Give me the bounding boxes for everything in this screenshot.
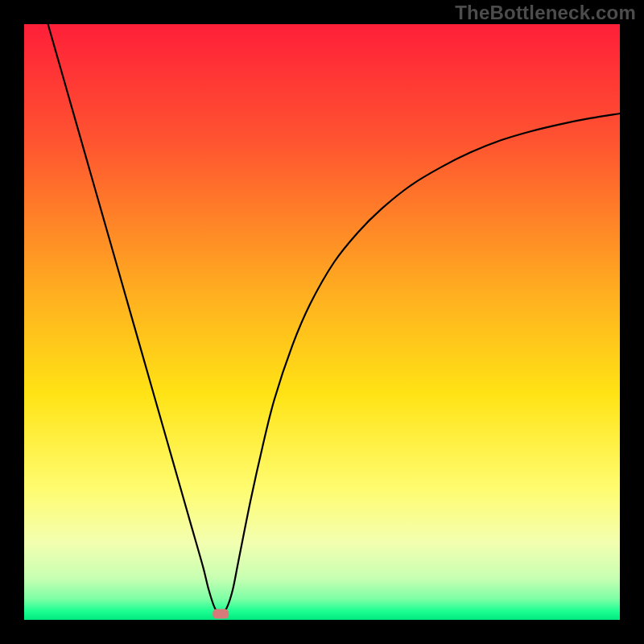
plot-area <box>24 24 620 620</box>
gradient-background <box>24 24 620 620</box>
watermark-text: TheBottleneck.com <box>455 2 636 24</box>
plot-svg <box>24 24 620 620</box>
minimum-marker <box>213 609 229 619</box>
chart-frame: TheBottleneck.com <box>0 0 644 644</box>
